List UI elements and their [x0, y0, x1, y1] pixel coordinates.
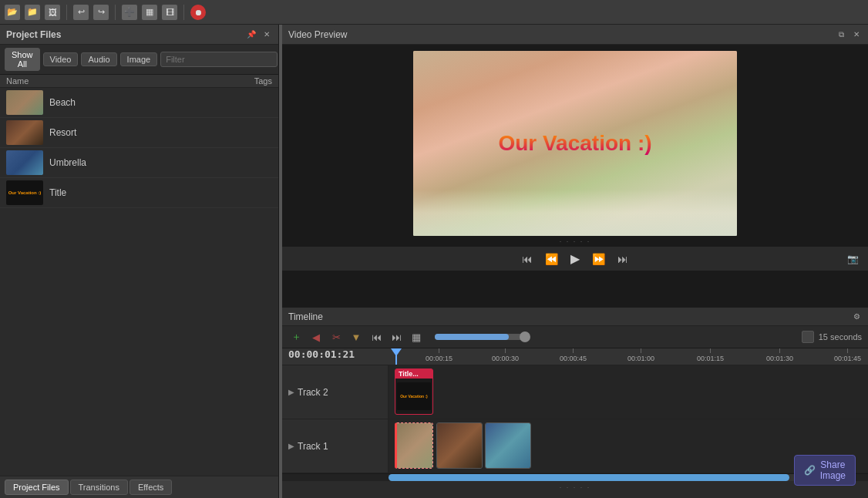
file-thumb-title: Our Vacation :)	[6, 180, 43, 205]
filter-input[interactable]	[160, 52, 278, 67]
clip-resort-frames	[437, 423, 482, 468]
tl-skip-end-icon[interactable]: ⏭	[389, 329, 404, 345]
skip-end-btn[interactable]: ⏭	[614, 251, 631, 267]
share-label: Share Image	[820, 459, 846, 481]
timeline-toolbar: ＋ ◀ ✂ ▼ ⏮ ⏭ ▦ 15 seconds	[282, 326, 868, 348]
col-tags-header: Tags	[210, 76, 272, 86]
tl-cut-icon[interactable]: ✂	[328, 329, 344, 345]
track-2-label-text: Track 2	[298, 387, 328, 398]
record-icon[interactable]: ⏺	[190, 5, 206, 20]
clip-beach[interactable]	[395, 422, 433, 469]
clip-water-frames	[486, 423, 530, 468]
clip-water[interactable]	[485, 422, 531, 469]
ruler-label-spacer: 00:00:01:21	[282, 348, 389, 365]
clip-title-thumb: Our Vacation :)	[397, 382, 431, 410]
clip-title-body: Our Vacation :)	[395, 379, 432, 414]
ruler-tick-4: 00:01:00	[627, 348, 654, 362]
skip-start-btn[interactable]: ⏮	[519, 251, 536, 267]
play-btn[interactable]: ▶	[567, 250, 583, 268]
separator-2	[115, 5, 116, 20]
timeline-scrollbar[interactable]	[282, 473, 868, 481]
playback-controls-row: ⏮ ⏪ ▶ ⏩ ⏭ 📷	[282, 247, 868, 271]
file-thumb-umbrella	[6, 150, 43, 175]
new-folder-icon[interactable]: 📁	[25, 5, 40, 20]
fast-forward-btn[interactable]: ⏩	[589, 251, 608, 267]
tab-effects[interactable]: Effects	[130, 479, 172, 495]
bottom-tabs: Project Files Transitions Effects	[0, 476, 278, 498]
image-icon[interactable]: 🖼	[45, 5, 60, 20]
panel-close-icon[interactable]: ✕	[261, 29, 272, 40]
file-name-resort: Resort	[49, 127, 76, 138]
film-icon[interactable]: 🎞	[162, 5, 177, 20]
camera-icon[interactable]: 📷	[847, 254, 859, 264]
tl-zoom-handle[interactable]	[520, 331, 530, 342]
scrollbar-thumb[interactable]	[389, 474, 789, 481]
filter-video[interactable]: Video	[43, 52, 79, 66]
timeline-settings-icon[interactable]: ⚙	[851, 311, 862, 322]
drag-dots-top: · · · · ·	[560, 236, 591, 247]
tab-project-files[interactable]: Project Files	[5, 479, 69, 495]
tl-seconds-box	[802, 331, 814, 343]
scrollbar-track[interactable]	[389, 474, 805, 481]
timeline-tracks: ▶ Track 2 Title... Our Vacation :)	[282, 365, 868, 473]
tl-seconds-display: 15 seconds	[802, 331, 862, 343]
clip-title[interactable]: Title... Our Vacation :)	[395, 368, 433, 415]
rewind-btn[interactable]: ⏪	[542, 251, 561, 267]
file-thumb-beach	[6, 90, 43, 115]
ruler-area: 00:00:15 00:00:30 00:00:45 00:01:00 00:0…	[389, 348, 868, 365]
ruler-tick-6: 00:01:30	[766, 348, 793, 362]
file-item-umbrella[interactable]: Umbrella	[0, 148, 278, 178]
track-2-content[interactable]: Title... Our Vacation :)	[389, 365, 868, 419]
filter-audio[interactable]: Audio	[81, 52, 116, 66]
open-file-icon[interactable]: 📂	[5, 5, 20, 20]
clip-beach-frames	[397, 423, 432, 468]
add-icon[interactable]: ➕	[122, 5, 137, 20]
right-panel: Video Preview ⧉ ✕ Our Vacation :) · · · …	[282, 25, 868, 498]
project-files-title: Project Files	[6, 29, 61, 40]
preview-window-icon[interactable]: ⧉	[836, 29, 846, 40]
file-name-title: Title	[49, 187, 66, 198]
tl-seconds-label: 15 seconds	[819, 332, 862, 342]
video-preview-title: Video Preview	[288, 29, 348, 40]
tl-grid-icon[interactable]: ▦	[409, 329, 424, 345]
frame-beach-1	[397, 423, 433, 468]
track-1-chevron-icon[interactable]: ▶	[288, 442, 294, 450]
grid-icon[interactable]: ▦	[142, 5, 157, 20]
col-name-header: Name	[6, 76, 210, 86]
track-2-chevron-icon[interactable]: ▶	[288, 388, 294, 396]
file-list: Beach Resort Umbrella Our Vacation :) Ti…	[0, 88, 278, 476]
tab-transitions[interactable]: Transitions	[70, 479, 128, 495]
playhead[interactable]	[395, 348, 397, 365]
frame-water-1	[486, 423, 530, 468]
track-2-row: ▶ Track 2 Title... Our Vacation :)	[282, 365, 868, 419]
file-item-title[interactable]: Our Vacation :) Title	[0, 178, 278, 208]
project-files-header: Project Files 📌 ✕	[0, 25, 278, 45]
separator-3	[183, 5, 184, 20]
playhead-triangle	[391, 348, 402, 356]
timestamp-display: 00:00:01:21	[282, 348, 361, 360]
redo-icon[interactable]: ↪	[93, 5, 109, 20]
tl-add-icon[interactable]: ＋	[288, 329, 304, 345]
tl-zoom-bar[interactable]	[435, 334, 527, 340]
track-1-label-text: Track 1	[298, 441, 328, 452]
preview-close-icon[interactable]: ✕	[851, 29, 862, 40]
track-2-label: ▶ Track 2	[282, 365, 389, 419]
tl-remove-icon[interactable]: ◀	[308, 329, 324, 345]
file-item-beach[interactable]: Beach	[0, 88, 278, 118]
panel-pin-icon[interactable]: 📌	[246, 29, 257, 40]
undo-icon[interactable]: ↩	[73, 5, 89, 20]
filter-image[interactable]: Image	[120, 52, 158, 66]
video-title-text: Our Vacation :)	[498, 131, 651, 156]
left-panel: Project Files 📌 ✕ Show All Video Audio I…	[0, 25, 279, 498]
file-name-umbrella: Umbrella	[49, 157, 86, 168]
frame-resort-1	[437, 423, 482, 468]
panel-header-icons: 📌 ✕	[246, 29, 272, 40]
filter-show-all[interactable]: Show All	[5, 48, 40, 71]
clip-resort[interactable]	[436, 422, 483, 469]
tl-filter-icon[interactable]: ▼	[348, 329, 364, 345]
file-item-resort[interactable]: Resort	[0, 118, 278, 148]
ruler-tick-5: 00:01:15	[697, 348, 724, 362]
share-image-button[interactable]: 🔗 Share Image	[794, 455, 856, 486]
separator-1	[66, 5, 67, 20]
tl-skip-start-icon[interactable]: ⏮	[368, 329, 384, 345]
